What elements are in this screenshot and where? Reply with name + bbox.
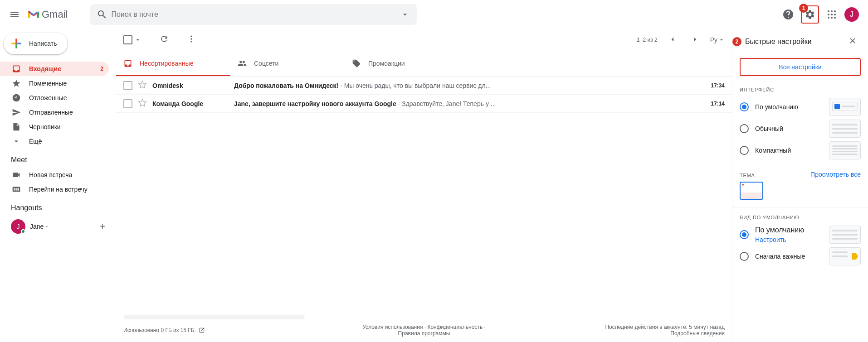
help-icon — [783, 9, 794, 20]
nav-label: Новая встреча — [29, 171, 103, 178]
gmail-logo[interactable]: Gmail — [27, 9, 68, 20]
tab-label: Соцсети — [254, 60, 278, 67]
apps-button[interactable] — [823, 5, 841, 24]
activity-text: Последние действия в аккаунте: 5 минут н… — [524, 324, 725, 330]
nav-inbox[interactable]: Входящие 2 — [0, 62, 109, 76]
tab-social[interactable]: Соцсети — [230, 51, 345, 76]
message-row[interactable]: Команда Google Jane, завершите настройку… — [116, 95, 732, 113]
density-label: Компактный — [755, 147, 829, 154]
refresh-button[interactable] — [160, 34, 169, 45]
density-compact-row[interactable]: Компактный — [732, 140, 868, 161]
tag-icon — [352, 59, 361, 68]
compose-label: Написать — [29, 40, 57, 47]
refresh-icon — [160, 34, 169, 43]
density-preview — [829, 98, 861, 116]
chevron-down-icon — [400, 10, 410, 19]
svg-point-10 — [190, 36, 192, 37]
nav-label: Помеченные — [29, 80, 103, 87]
message-checkbox[interactable] — [123, 81, 132, 90]
theme-thumbnail[interactable] — [740, 182, 763, 200]
hangout-avatar: J — [11, 219, 25, 234]
more-button[interactable] — [187, 34, 196, 45]
chevron-down-icon[interactable] — [134, 36, 141, 43]
default-view-label: По умолчанию — [755, 226, 829, 234]
tab-promotions[interactable]: Промоакции — [345, 51, 459, 76]
hangout-add-button[interactable]: + — [100, 222, 105, 232]
compose-button[interactable]: Написать — [4, 33, 68, 54]
meet-join[interactable]: Перейти на встречу — [0, 182, 109, 197]
help-button[interactable] — [779, 5, 797, 24]
input-lang-button[interactable]: Ру — [710, 36, 725, 43]
nav-starred[interactable]: Помеченные — [0, 76, 109, 91]
message-checkbox[interactable] — [123, 99, 132, 108]
send-icon — [12, 108, 21, 117]
gmail-icon — [27, 10, 40, 19]
video-icon — [12, 170, 21, 179]
settings-button[interactable]: 1 — [801, 5, 819, 24]
sidebar: Написать Входящие 2 Помеченные Отложенны… — [0, 29, 116, 342]
open-external-icon[interactable] — [199, 327, 205, 333]
chevron-down-icon — [718, 37, 725, 43]
hamburger-icon — [9, 9, 20, 20]
message-time: 17:14 — [711, 101, 725, 107]
account-avatar[interactable]: J — [844, 7, 859, 22]
message-subject: Добро пожаловать на Омнидеск! — [234, 82, 338, 89]
horizontal-scrollbar[interactable] — [123, 315, 305, 319]
svg-point-3 — [834, 10, 836, 12]
chevron-down-icon — [44, 224, 49, 229]
message-content: Jane, завершите настройку нового аккаунт… — [234, 100, 703, 107]
privacy-link[interactable]: Конфиденциальность — [427, 324, 483, 330]
nav-sent[interactable]: Отправленные — [0, 105, 109, 120]
hangout-user-row[interactable]: J Jane + — [0, 216, 116, 237]
density-comfortable-row[interactable]: Обычный — [732, 118, 868, 140]
close-icon — [848, 36, 857, 45]
svg-point-4 — [828, 14, 829, 15]
default-view-section-label: ВИД ПО УМОЛЧАНИЮ — [732, 207, 868, 224]
star-button[interactable] — [138, 98, 147, 109]
default-view-important-row[interactable]: Сначала важные — [732, 246, 868, 267]
next-page-button[interactable] — [688, 32, 703, 48]
inbox-icon — [123, 59, 132, 68]
density-radio-default[interactable] — [740, 102, 749, 111]
more-vert-icon — [187, 34, 196, 43]
search-options-button[interactable] — [396, 5, 414, 24]
prev-page-button[interactable] — [665, 32, 680, 48]
program-link[interactable]: Правила программы — [398, 330, 450, 337]
star-button[interactable] — [138, 80, 147, 91]
svg-point-12 — [190, 41, 192, 42]
density-radio-compact[interactable] — [740, 146, 749, 155]
search-button[interactable] — [93, 5, 111, 24]
nav-snoozed[interactable]: Отложенные — [0, 91, 109, 105]
pagination-text: 1–2 из 2 — [637, 37, 658, 43]
default-view-default-row[interactable]: По умолчанию Настроить — [732, 224, 868, 246]
customize-link[interactable]: Настроить — [755, 236, 829, 243]
tab-label: Промоакции — [368, 60, 405, 67]
clock-icon — [12, 93, 21, 102]
density-radio-comfortable[interactable] — [740, 124, 749, 133]
nav-drafts[interactable]: Черновики — [0, 120, 109, 134]
theme-view-all-link[interactable]: Просмотреть все — [810, 171, 861, 178]
details-link[interactable]: Подробные сведения — [670, 330, 725, 337]
quick-settings-panel: 2 Быстрые настройки Все настройки ИНТЕРФ… — [732, 29, 868, 342]
svg-point-6 — [834, 14, 836, 15]
main-menu-button[interactable] — [4, 4, 25, 25]
svg-point-7 — [828, 17, 829, 19]
default-view-radio-default[interactable] — [740, 230, 749, 239]
nav-label: Отправленные — [29, 109, 103, 116]
interface-section-label: ИНТЕРФЕЙС — [732, 80, 868, 96]
density-default-row[interactable]: По умолчанию — [732, 96, 868, 118]
settings-close-button[interactable] — [844, 33, 861, 51]
all-settings-button[interactable]: Все настройки — [740, 58, 861, 76]
terms-link[interactable]: Условия использования — [362, 324, 423, 330]
select-all-checkbox[interactable] — [123, 35, 132, 44]
tab-primary[interactable]: Несортированные — [116, 51, 230, 76]
message-row[interactable]: Omnidesk Добро пожаловать на Омнидеск! -… — [116, 77, 732, 95]
search-input[interactable] — [111, 10, 396, 19]
density-preview — [829, 141, 861, 159]
nav-label: Черновики — [29, 123, 103, 130]
default-view-radio-important[interactable] — [740, 252, 749, 261]
chevron-down-icon — [12, 137, 21, 146]
nav-more[interactable]: Ещё — [0, 134, 109, 149]
meet-new[interactable]: Новая встреча — [0, 168, 109, 182]
status-indicator — [21, 229, 25, 234]
